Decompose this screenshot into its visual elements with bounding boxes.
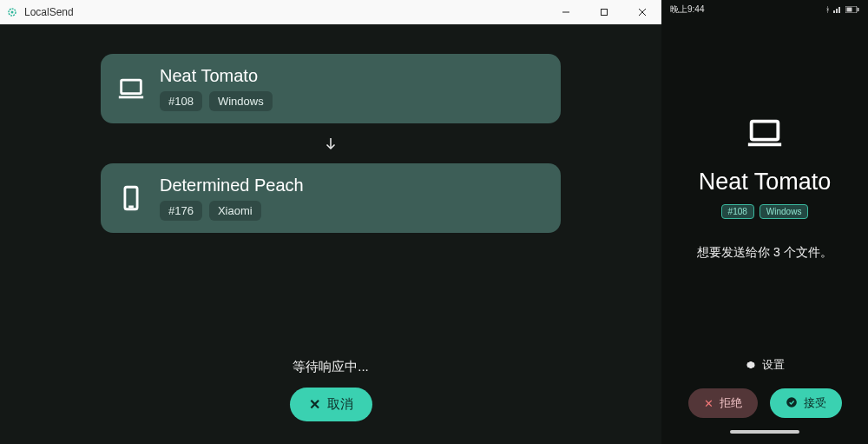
settings-link[interactable]: 设置 [745,357,785,373]
status-time: 晚上9:44 [670,3,704,16]
phone-bottom: 设置 ✕ 拒绝 接受 [661,357,868,444]
reject-label: 拒绝 [720,395,742,411]
phone-main: Neat Tomato #108 Windows 想要发送给你 3 个文件。 [661,19,868,357]
reject-button[interactable]: ✕ 拒绝 [688,388,758,418]
svg-rect-15 [847,7,852,11]
battery-icon [845,5,859,15]
close-icon: ✕ [704,397,713,410]
signal-icon [833,5,842,15]
accept-label: 接受 [804,395,826,411]
source-device-name: Neat Tomato [160,66,273,86]
window-titlebar[interactable]: LocalSend [0,0,661,24]
source-alias-tag: #108 [160,91,202,111]
gear-icon [745,359,757,371]
svg-rect-6 [122,80,141,94]
incoming-message: 想要发送给你 3 个文件。 [697,245,832,261]
phone-screen: 晚上9:44 ᚼ Neat Tomato #108 Windows 想要发送给你… [661,0,868,444]
window-controls [547,0,661,24]
svg-point-19 [786,397,797,408]
svg-point-1 [11,11,14,14]
sender-alias-tag: #108 [721,204,754,219]
svg-rect-3 [602,10,608,16]
svg-rect-16 [858,8,859,11]
minimize-button[interactable] [547,0,585,24]
source-platform-tag: Windows [209,91,273,111]
target-device-name: Determined Peach [160,176,304,195]
settings-label: 设置 [762,357,785,373]
laptop-icon [116,74,146,103]
target-device-card: Determined Peach #176 Xiaomi [101,163,561,233]
waiting-status-text: 等待响应中... [293,359,369,375]
cancel-button-label: 取消 [327,396,353,413]
maximize-button[interactable] [585,0,623,24]
arrow-down-icon [323,136,339,151]
desktop-window: LocalSend Neat Tomato #108 Windows [0,0,661,444]
desktop-body: Neat Tomato #108 Windows Determined Peac… [0,24,661,444]
close-icon: ✕ [309,396,320,413]
sender-platform-tag: Windows [760,204,809,219]
svg-rect-12 [836,9,838,13]
bluetooth-icon: ᚼ [825,5,830,14]
sender-device-name: Neat Tomato [699,169,832,195]
target-platform-tag: Xiaomi [209,201,261,221]
window-title: LocalSend [24,6,74,18]
accept-button[interactable]: 接受 [770,388,842,418]
laptop-icon [745,113,785,156]
svg-rect-13 [838,7,840,13]
close-button[interactable] [623,0,661,24]
svg-rect-17 [752,122,779,140]
phone-icon [116,183,146,213]
app-icon [5,5,19,19]
home-indicator[interactable] [730,430,799,434]
phone-statusbar: 晚上9:44 ᚼ [661,0,868,19]
svg-rect-11 [833,10,835,13]
cancel-button[interactable]: ✕ 取消 [290,388,372,421]
check-circle-icon [786,396,798,411]
source-device-card: Neat Tomato #108 Windows [101,54,561,123]
target-alias-tag: #176 [160,201,202,221]
